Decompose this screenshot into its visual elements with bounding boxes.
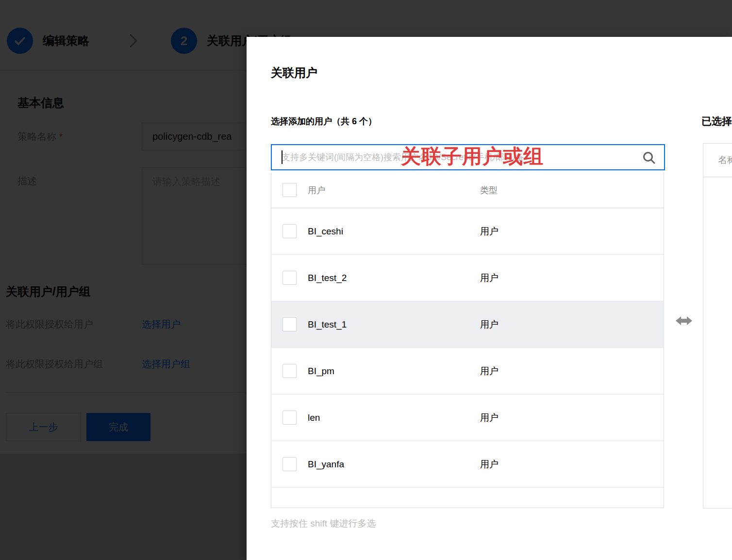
row-checkbox[interactable]: [283, 364, 297, 378]
table-row[interactable]: len用户: [271, 395, 664, 441]
user-name: BI_pm: [308, 366, 480, 377]
table-row[interactable]: BI_pm用户: [271, 348, 664, 395]
user-name: BI_test_1: [308, 319, 480, 330]
user-table-header: 用户 类型: [271, 172, 664, 208]
selected-users-box: 名称: [703, 143, 732, 509]
modal-title: 关联用户: [271, 65, 317, 81]
row-checkbox[interactable]: [283, 271, 297, 285]
user-name: BI_test_2: [308, 273, 480, 283]
user-name: BI_ceshi: [308, 226, 480, 237]
user-type: 用户: [480, 225, 499, 238]
selected-name-column: 名称: [718, 154, 732, 166]
select-all-checkbox[interactable]: [283, 183, 297, 197]
row-checkbox[interactable]: [283, 224, 297, 238]
table-row[interactable]: BI_test_2用户: [271, 255, 664, 301]
multi-select-hint: 支持按住 shift 键进行多选: [271, 517, 376, 530]
user-type: 用户: [480, 318, 499, 331]
table-row[interactable]: BI_ceshi用户: [271, 208, 664, 255]
search-icon[interactable]: [642, 150, 656, 167]
user-list-subtitle: 选择添加的用户（共 6 个）: [271, 115, 377, 127]
user-type: 用户: [480, 272, 499, 284]
table-row[interactable]: BI_yanfa用户: [271, 441, 664, 488]
row-checkbox[interactable]: [283, 317, 297, 331]
red-annotation-text: 关联子用户或组: [401, 143, 544, 170]
user-name: len: [308, 412, 480, 423]
user-table-body: BI_ceshi用户BI_test_2用户BI_test_1用户BI_pm用户l…: [271, 208, 664, 488]
user-type: 用户: [480, 412, 499, 424]
user-table: 用户 类型 BI_ceshi用户BI_test_2用户BI_test_1用户BI…: [271, 172, 664, 508]
table-empty-strip: [271, 488, 664, 508]
user-name: BI_yanfa: [308, 459, 480, 470]
transfer-arrow-icon: [676, 314, 692, 329]
screen: 编辑策略 2 关联用户/用户组 基本信息 策略名称* policygen-cdb…: [0, 0, 732, 560]
user-type: 用户: [480, 365, 499, 378]
row-checkbox[interactable]: [283, 457, 297, 471]
table-row[interactable]: BI_test_1用户: [271, 301, 664, 348]
header-type-column: 类型: [480, 184, 498, 196]
text-caret: [282, 150, 283, 164]
selected-panel-title: 已选择: [701, 115, 732, 128]
row-checkbox[interactable]: [283, 411, 297, 425]
header-user-column: 用户: [308, 184, 480, 196]
user-type: 用户: [480, 458, 499, 471]
selected-box-header: 名称: [703, 144, 732, 177]
associate-user-modal: 关联用户 选择添加的用户（共 6 个） 用户 类型 BI_ceshi用户BI_t…: [247, 37, 732, 560]
